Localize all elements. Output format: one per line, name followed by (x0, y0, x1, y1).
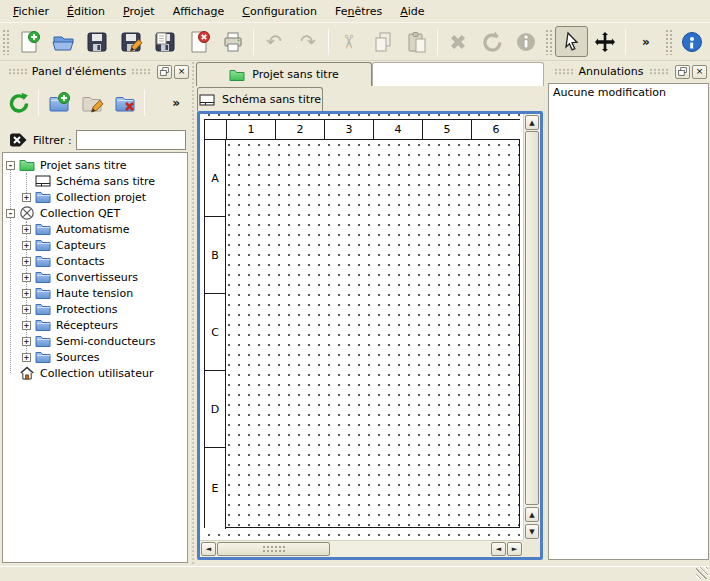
tree-item-semi-conducteurs[interactable]: + Semi-conducteurs (3, 333, 187, 349)
save-button[interactable] (80, 26, 114, 58)
expander-icon[interactable]: - (6, 161, 15, 170)
menu-projet[interactable]: Projet (114, 2, 164, 21)
expander-icon[interactable]: + (22, 225, 31, 234)
paste-icon (405, 30, 429, 54)
horizontal-scroll-thumb[interactable] (217, 542, 330, 556)
expander-icon[interactable]: + (22, 353, 31, 362)
filter-input[interactable] (76, 130, 186, 150)
expander-icon[interactable]: + (22, 289, 31, 298)
close-panel-button[interactable]: × (174, 65, 189, 79)
elements-panel-titlebar[interactable]: Panel d'éléments × (3, 62, 189, 81)
close-icon: × (178, 67, 186, 76)
resize-grip[interactable] (696, 567, 708, 579)
about-info-button[interactable] (675, 26, 709, 58)
expander-icon[interactable]: + (22, 273, 31, 282)
expander-icon[interactable]: + (22, 241, 31, 250)
tree-item-sources[interactable]: + Sources (3, 349, 187, 365)
menu-fenetres[interactable]: Fenêtres (326, 2, 391, 21)
scroll-down-button[interactable]: ▼ (525, 524, 539, 539)
copy-button[interactable] (366, 26, 400, 58)
menu-edition[interactable]: Édition (58, 2, 114, 21)
tree-item-collection-utilisateur[interactable]: Collection utilisateur (3, 365, 187, 381)
tree-item-convertisseurs[interactable]: + Convertisseurs (3, 269, 187, 285)
scroll-up-button[interactable]: ▲ (525, 115, 539, 130)
save-all-button[interactable] (148, 26, 182, 58)
delete-category-button[interactable] (108, 87, 141, 120)
tree-item-recepteurs[interactable]: + Récepteurs (3, 317, 187, 333)
toolbar-overflow-button[interactable]: » (629, 26, 663, 58)
tree-item-automatisme[interactable]: + Automatisme (3, 221, 187, 237)
filter-row: Filtrer : (2, 128, 190, 152)
schematic-canvas[interactable]: 1 2 3 4 5 6 A B C D E (200, 114, 523, 540)
edit-category-button[interactable] (75, 87, 108, 120)
menu-affichage[interactable]: Affichage (164, 2, 234, 21)
cut-button[interactable]: ✂ (332, 26, 366, 58)
dock-texture (131, 68, 150, 75)
expander-icon[interactable]: + (22, 305, 31, 314)
tree-item-capteurs[interactable]: + Capteurs (3, 237, 187, 253)
menu-bar: Fichier Édition Projet Affichage Configu… (0, 0, 710, 23)
float-panel-button[interactable] (157, 65, 172, 79)
expander-icon[interactable]: - (6, 209, 15, 218)
panel-overflow-button[interactable]: » (172, 96, 190, 110)
toolbar-drag-handle[interactable] (545, 29, 553, 55)
delete-button[interactable] (441, 26, 475, 58)
tab-projet-sans-titre[interactable]: Projet sans titre (196, 62, 372, 86)
tree-item-haute-tension[interactable]: + Haute tension (3, 285, 187, 301)
undo-button[interactable]: ↶ (257, 26, 291, 58)
copy-icon (371, 30, 395, 54)
dock-texture (554, 68, 573, 75)
close-file-button[interactable] (182, 26, 216, 58)
save-as-button[interactable] (114, 26, 148, 58)
paste-button[interactable] (400, 26, 434, 58)
tree-item-collection-projet[interactable]: + Collection projet (3, 189, 187, 205)
selection-mode-button[interactable] (555, 26, 588, 57)
elements-panel-toolbar: » (2, 83, 190, 123)
menu-fichier[interactable]: Fichier (4, 2, 58, 21)
tree-item-protections[interactable]: + Protections (3, 301, 187, 317)
reload-collections-button[interactable] (2, 87, 35, 120)
element-info-button[interactable] (509, 26, 543, 58)
toolbar-drag-handle[interactable] (665, 29, 673, 55)
new-category-button[interactable] (42, 87, 75, 120)
expander-icon[interactable]: + (22, 193, 31, 202)
elements-panel-title: Panel d'éléments (32, 65, 126, 78)
expander-icon[interactable]: + (22, 257, 31, 266)
undo-panel-titlebar[interactable]: Annulations × (549, 62, 707, 81)
dock-texture (649, 68, 668, 75)
row-header-column: A B C D E (205, 140, 226, 529)
tree-item-schema-sans-titre[interactable]: Schéma sans titre (3, 173, 187, 189)
redo-button[interactable]: ↷ (291, 26, 325, 58)
folder-add-icon (47, 91, 71, 115)
scroll-left-button[interactable]: ◄ (491, 542, 506, 556)
close-document-icon (187, 30, 211, 54)
scroll-left-button[interactable]: ◄ (201, 542, 216, 556)
new-project-button[interactable] (12, 26, 46, 58)
tree-item-collection-qet[interactable]: - Collection QET (3, 205, 187, 221)
tree-item-projet-sans-titre[interactable]: - Projet sans titre (3, 157, 187, 173)
float-panel-button[interactable] (675, 65, 690, 79)
clear-filter-icon[interactable] (8, 130, 28, 150)
menu-aide[interactable]: Aide (391, 2, 433, 21)
horizontal-scrollbar[interactable]: ◄ ◄ ► (200, 540, 523, 557)
tree-item-contacts[interactable]: + Contacts (3, 253, 187, 269)
scroll-up-button[interactable]: ▲ (525, 507, 539, 522)
menu-configuration[interactable]: Configuration (233, 2, 326, 21)
expander-icon[interactable]: + (22, 321, 31, 330)
close-panel-button[interactable]: × (692, 65, 707, 79)
undo-history-list[interactable]: Aucune modification (548, 83, 709, 560)
vertical-scroll-thumb[interactable] (525, 131, 539, 505)
scroll-right-button[interactable]: ► (507, 542, 522, 556)
open-folder-icon (51, 30, 75, 54)
tab-schema-sans-titre[interactable]: Schéma sans titre (197, 87, 323, 111)
pan-mode-button[interactable] (588, 26, 622, 58)
open-button[interactable] (46, 26, 80, 58)
schematic-view[interactable]: 1 2 3 4 5 6 A B C D E (197, 111, 543, 560)
row-header: E (205, 448, 226, 529)
toolbar-drag-handle[interactable] (2, 29, 10, 55)
rotate-button[interactable] (475, 26, 509, 58)
vertical-scrollbar[interactable]: ▲ ▲ ▼ (523, 114, 540, 540)
move-cross-icon (593, 30, 617, 54)
expander-icon[interactable]: + (22, 337, 31, 346)
print-button[interactable] (216, 26, 250, 58)
